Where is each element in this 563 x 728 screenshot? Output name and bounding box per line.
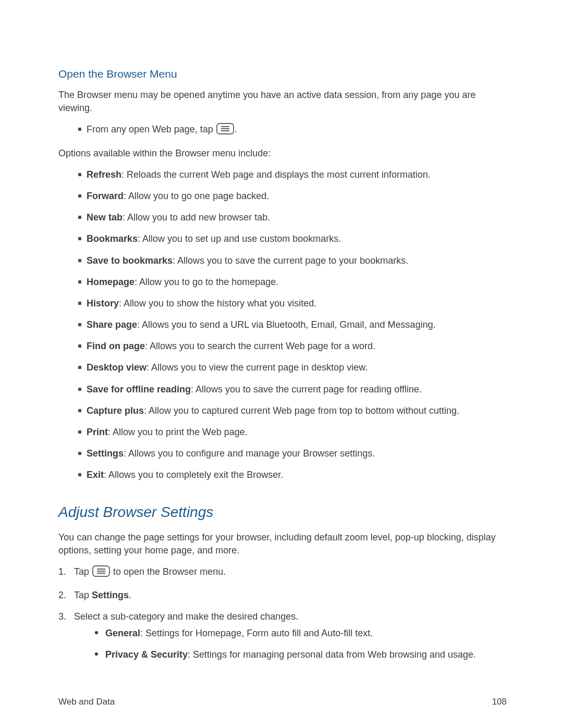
option-new-tab: New tab: Allow you to add new browser ta… [58, 211, 507, 224]
option-history: History: Allow you to show the history w… [58, 297, 507, 310]
option-print: Print: Allow you to print the Web page. [58, 426, 507, 439]
option-homepage: Homepage: Allow you to go to the homepag… [58, 276, 507, 289]
option-desc: : Allows you to completely exit the Brow… [104, 470, 283, 480]
menu-icon [216, 123, 234, 138]
option-desc: : Allow you to go to the homepage. [134, 277, 278, 287]
option-exit: Exit: Allows you to completely exit the … [58, 468, 507, 482]
step-1: Tap to open the Browser menu. [58, 565, 507, 581]
heading-adjust-browser-settings: Adjust Browser Settings [58, 504, 507, 521]
menu-icon [92, 565, 110, 581]
tap-step-pre: From any open Web page, tap [87, 124, 216, 134]
subcat-privacy-security: Privacy & Security: Settings for managin… [74, 648, 507, 661]
page-footer: Web and Data 108 [58, 697, 507, 707]
option-share-page: Share page: Allows you to send a URL via… [58, 318, 507, 331]
step-2-post: . [129, 590, 131, 600]
document-page: Open the Browser Menu The Browser menu m… [0, 0, 563, 728]
option-desktop-view: Desktop view: Allows you to view the cur… [58, 361, 507, 374]
option-label: Desktop view [87, 362, 146, 373]
step-3-text: Select a sub-category and make the desir… [74, 611, 298, 622]
option-label: Exit [87, 470, 104, 480]
browser-options-list: Refresh: Reloads the current Web page an… [58, 168, 507, 482]
option-desc: : Allow you to go one page backed. [124, 191, 269, 201]
option-forward: Forward: Allow you to go one page backed… [58, 190, 507, 203]
step-2-pre: Tap [74, 590, 92, 600]
option-desc: : Allows you to send a URL via Bluetooth… [137, 319, 436, 330]
tap-step-list: From any open Web page, tap . [58, 123, 507, 138]
option-capture-plus: Capture plus: Allow you to captured curr… [58, 404, 507, 417]
subcat-general: General: Settings for Homepage, Form aut… [74, 627, 507, 640]
option-desc: : Allow you to show the history what you… [119, 298, 316, 309]
heading-open-browser-menu: Open the Browser Menu [58, 68, 507, 80]
subcat-label: Privacy & Security [105, 649, 188, 660]
option-desc: : Allows you to view the current page in… [146, 362, 368, 373]
option-find-on-page: Find on page: Allows you to search the c… [58, 340, 507, 353]
option-label: History [87, 298, 119, 309]
intro-paragraph-2: You can change the page settings for you… [58, 531, 507, 557]
option-desc: : Allow you to captured current Web page… [144, 405, 459, 416]
option-refresh: Refresh: Reloads the current Web page an… [58, 168, 507, 181]
option-label: Find on page [87, 341, 145, 351]
step-1-pre: Tap [74, 566, 92, 577]
subcat-desc: : Settings for managing personal data fr… [188, 649, 476, 660]
option-settings: Settings: Allows you to configure and ma… [58, 447, 507, 460]
tap-step-post: . [235, 124, 237, 134]
step-2: Tap Settings. [58, 589, 507, 602]
option-label: Print [87, 427, 108, 437]
tap-step-item: From any open Web page, tap . [58, 123, 507, 138]
option-label: Save to bookmarks [87, 255, 173, 266]
subcategory-list: General: Settings for Homepage, Form aut… [74, 627, 507, 661]
option-label: Share page [87, 319, 137, 330]
option-label: Refresh [87, 169, 121, 180]
option-desc: : Allows you to save the current page fo… [191, 384, 422, 394]
step-2-bold: Settings [92, 590, 129, 600]
option-save-offline: Save for offline reading: Allows you to … [58, 383, 507, 396]
options-available-text: Options available within the Browser men… [58, 147, 507, 160]
footer-section-title: Web and Data [58, 697, 115, 707]
option-label: Bookmarks [87, 233, 138, 244]
option-desc: : Allow you to print the Web page. [108, 427, 248, 437]
step-3: Select a sub-category and make the desir… [58, 610, 507, 661]
option-desc: : Reloads the current Web page and displ… [121, 169, 431, 180]
option-save-to-bookmarks: Save to bookmarks: Allows you to save th… [58, 254, 507, 267]
option-desc: : Allows you to save the current page to… [173, 255, 408, 266]
option-bookmarks: Bookmarks: Allow you to set up and use c… [58, 232, 507, 245]
option-label: Save for offline reading [87, 384, 191, 394]
option-label: Forward [87, 191, 124, 201]
option-label: Homepage [87, 277, 134, 287]
settings-steps-list: Tap to open the Browser menu. Tap Settin… [58, 565, 507, 661]
option-label: Capture plus [87, 405, 144, 416]
subcat-label: General [105, 628, 140, 638]
option-desc: : Allow you to add new browser tab. [123, 212, 270, 223]
option-desc: : Allow you to set up and use custom boo… [138, 233, 341, 244]
option-label: Settings [87, 448, 124, 459]
intro-paragraph-1: The Browser menu may be opened anytime y… [58, 89, 507, 115]
step-1-post: to open the Browser menu. [111, 566, 226, 577]
option-label: New tab [87, 212, 123, 223]
footer-page-number: 108 [492, 697, 507, 707]
subcat-desc: : Settings for Homepage, Form auto fill … [140, 628, 373, 638]
option-desc: : Allows you to search the current Web p… [145, 341, 375, 351]
option-desc: : Allows you to configure and manage you… [124, 448, 375, 459]
